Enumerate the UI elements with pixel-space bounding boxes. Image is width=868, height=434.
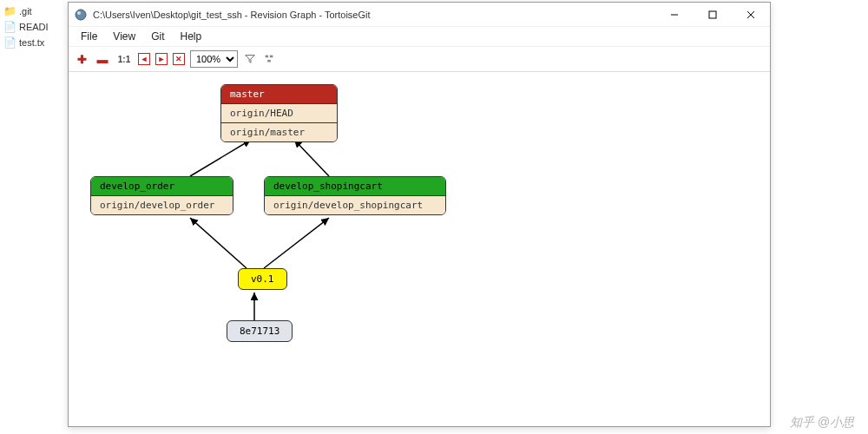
svg-line-9 bbox=[190, 140, 251, 176]
file-icon: 📄 bbox=[3, 21, 16, 33]
svg-point-1 bbox=[77, 11, 81, 15]
node-header: master bbox=[221, 85, 337, 103]
desktop-item-readme[interactable]: 📄 READI bbox=[3, 19, 66, 35]
svg-rect-8 bbox=[267, 60, 271, 62]
svg-rect-6 bbox=[266, 56, 269, 58]
node-ref: origin/develop_shopingcart bbox=[265, 195, 445, 214]
desktop-background: 📁 .git 📄 READI 📄 test.tx bbox=[0, 0, 69, 434]
desktop-item-label: test.tx bbox=[19, 37, 44, 48]
nav-next-button[interactable]: ► bbox=[155, 53, 168, 65]
menu-help[interactable]: Help bbox=[173, 29, 208, 44]
app-icon bbox=[74, 8, 88, 22]
svg-point-0 bbox=[76, 10, 86, 20]
graph-node-commit[interactable]: 8e71713 bbox=[227, 320, 293, 342]
node-header: develop_order bbox=[91, 177, 233, 195]
nav-prev-button[interactable]: ◄ bbox=[138, 53, 150, 65]
graph-node-master[interactable]: master origin/HEAD origin/master bbox=[220, 84, 338, 142]
node-header: develop_shopingcart bbox=[265, 177, 445, 195]
menu-git[interactable]: Git bbox=[144, 29, 171, 44]
desktop-item-git[interactable]: 📁 .git bbox=[3, 3, 66, 19]
watermark: 知乎 @小思 bbox=[790, 415, 854, 431]
svg-rect-7 bbox=[270, 56, 273, 58]
svg-line-11 bbox=[190, 218, 247, 268]
app-window: C:\Users\Iven\Desktop\git_test_ssh - Rev… bbox=[68, 2, 771, 427]
node-ref: origin/master bbox=[221, 122, 337, 141]
zoom-in-button[interactable]: ✚ bbox=[74, 51, 89, 67]
zoom-out-button[interactable]: ▬ bbox=[95, 51, 110, 67]
graph-node-develop-shopingcart[interactable]: develop_shopingcart origin/develop_shopi… bbox=[264, 176, 446, 215]
menubar: File View Git Help bbox=[69, 27, 770, 46]
file-icon: 📄 bbox=[3, 36, 16, 49]
maximize-button[interactable] bbox=[694, 3, 732, 27]
graph-node-develop-order[interactable]: develop_order origin/develop_order bbox=[90, 176, 233, 215]
window-title: C:\Users\Iven\Desktop\git_test_ssh - Rev… bbox=[93, 10, 655, 20]
minimize-button[interactable] bbox=[655, 3, 694, 27]
svg-rect-3 bbox=[709, 11, 716, 18]
titlebar[interactable]: C:\Users\Iven\Desktop\git_test_ssh - Rev… bbox=[69, 3, 770, 27]
svg-line-10 bbox=[294, 140, 329, 176]
node-ref: origin/develop_order bbox=[91, 195, 233, 214]
menu-view[interactable]: View bbox=[106, 29, 142, 44]
graph-node-tag[interactable]: v0.1 bbox=[238, 268, 287, 290]
node-ref: origin/HEAD bbox=[221, 103, 337, 122]
toolbar: ✚ ▬ 1:1 ◄ ► ✕ 100% bbox=[69, 46, 770, 72]
window-controls bbox=[655, 3, 770, 27]
desktop-item-label: READI bbox=[19, 22, 49, 32]
layout-icon[interactable] bbox=[262, 52, 276, 66]
graph-canvas[interactable]: master origin/HEAD origin/master develop… bbox=[69, 72, 770, 426]
filter-icon[interactable] bbox=[243, 52, 257, 66]
desktop-item-test[interactable]: 📄 test.tx bbox=[3, 35, 66, 50]
folder-icon: 📁 bbox=[3, 5, 16, 17]
desktop-item-label: .git bbox=[19, 6, 32, 16]
close-button[interactable] bbox=[732, 3, 770, 27]
nav-close-button[interactable]: ✕ bbox=[173, 53, 185, 65]
zoom-select[interactable]: 100% bbox=[190, 50, 238, 68]
menu-file[interactable]: File bbox=[74, 29, 104, 44]
zoom-actual-button[interactable]: 1:1 bbox=[115, 51, 133, 67]
svg-line-12 bbox=[264, 218, 329, 268]
